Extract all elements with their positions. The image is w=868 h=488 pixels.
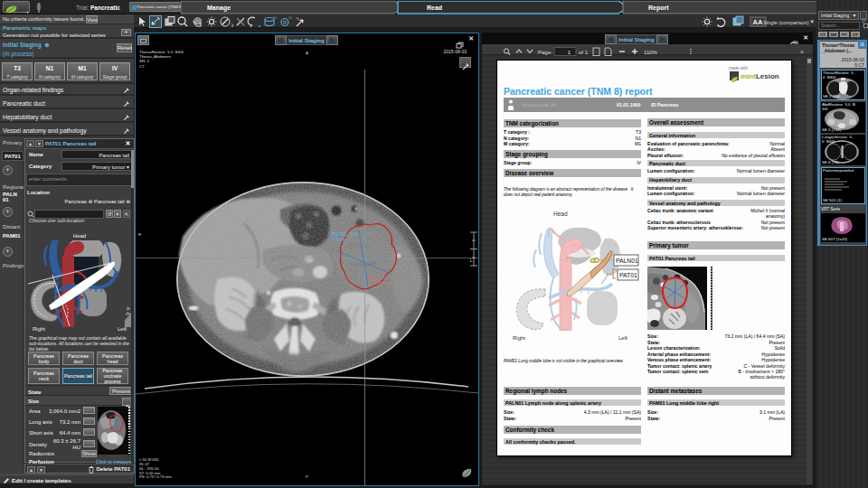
svg-text:110%: 110%	[644, 50, 658, 55]
svg-text:73.2 mm x 64.4 mm: 73.2 mm x 64.4 mm	[367, 281, 405, 286]
svg-text:PAT01: PAT01	[619, 272, 637, 278]
svg-text:L: L	[470, 258, 473, 263]
svg-text:Manage: Manage	[207, 5, 231, 12]
svg-text:Single (comparison): Single (comparison)	[763, 20, 809, 25]
svg-text:AA: AA	[753, 18, 763, 26]
svg-text:Report: Report	[648, 5, 669, 12]
svg-text:of 1: of 1	[579, 50, 589, 55]
svg-text:PAT01: Size: PAT01: Size	[367, 276, 391, 280]
svg-text:PALN01: Size: PALN01: Size	[332, 232, 359, 237]
svg-text:»: »	[800, 49, 804, 55]
svg-text:PALN01: PALN01	[616, 258, 638, 264]
svg-text:10: 10	[288, 15, 293, 20]
svg-text:Page:: Page:	[538, 50, 552, 55]
svg-text:Read: Read	[427, 5, 442, 11]
svg-text:4.3 mm: 4.3 mm	[332, 238, 346, 242]
svg-text:10: 10	[273, 15, 278, 20]
